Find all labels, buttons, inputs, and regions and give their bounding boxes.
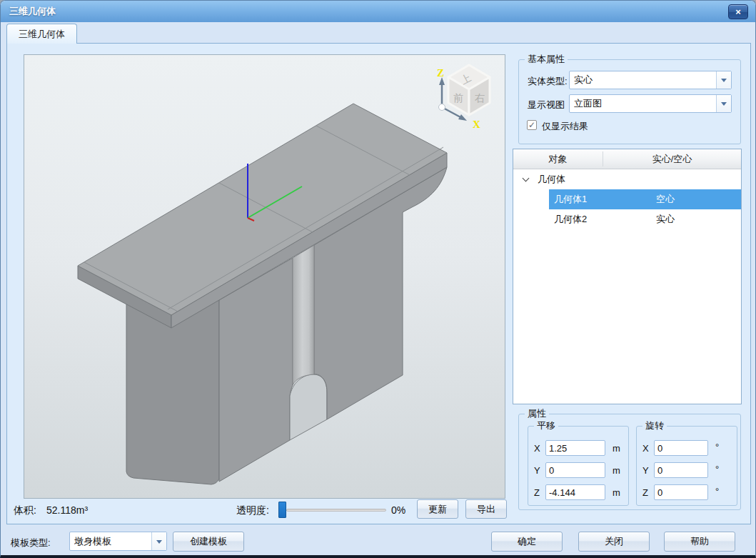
dialog-3d-geometry: 三维几何体 × 三维几何体: [0, 0, 756, 558]
translate-z-input[interactable]: [545, 484, 605, 500]
update-button[interactable]: 更新: [417, 499, 458, 519]
translate-y-input[interactable]: [545, 462, 605, 478]
close-icon: ×: [735, 6, 741, 17]
rotate-x-label: X: [642, 443, 649, 454]
opacity-label: 透明度:: [236, 504, 269, 517]
properties-group: 属性 平移 X m Y m Z m 旋转 X ° Y °: [518, 414, 741, 510]
rotate-title: 旋转: [642, 420, 667, 432]
rotate-z-unit: °: [715, 486, 719, 497]
create-template-button[interactable]: 创建模板: [173, 532, 244, 552]
rotate-z-label: Z: [642, 487, 648, 498]
ok-button[interactable]: 确定: [491, 532, 563, 552]
help-button[interactable]: 帮助: [664, 532, 735, 552]
translate-y-unit: m: [613, 465, 620, 476]
properties-title: 属性: [525, 408, 549, 419]
close-button[interactable]: ×: [728, 4, 748, 19]
row-value: 实心: [656, 209, 675, 229]
basic-props-group: 基本属性 实体类型: 实心 显示视图 立面图 ✓ 仅显示结果: [518, 59, 741, 144]
rotate-x-unit: °: [715, 442, 719, 452]
column-header-object: 对象: [513, 149, 603, 169]
tree-row-geometry-group[interactable]: 几何体: [513, 169, 741, 189]
cube-x-label: X: [473, 119, 480, 130]
template-dropdown-button[interactable]: [151, 532, 166, 550]
tree-group-label: 几何体: [538, 169, 565, 189]
translate-group: 平移 X m Y m Z m: [528, 426, 629, 506]
tab-label: 三维几何体: [19, 29, 65, 39]
chevron-down-icon[interactable]: [523, 175, 530, 182]
table-row-geometry2[interactable]: 几何体2 实心: [513, 209, 741, 229]
volume-label: 体积:: [14, 504, 36, 517]
view-cube[interactable]: 上 前 右 Z X: [437, 65, 490, 130]
row-name: 几何体2: [554, 209, 587, 229]
cube-z-label: Z: [437, 67, 444, 79]
only-show-result-checkbox[interactable]: ✓: [527, 120, 537, 130]
translate-x-unit: m: [613, 443, 620, 454]
export-button[interactable]: 导出: [465, 499, 507, 519]
view-dropdown-button[interactable]: [716, 95, 731, 112]
viewport-3d[interactable]: 上 前 右 Z X: [24, 54, 505, 499]
solid-type-combo[interactable]: 实心: [569, 71, 732, 89]
volume-value: 52.118m³: [46, 504, 88, 516]
basic-props-title: 基本属性: [525, 54, 568, 65]
view-label: 显示视图: [528, 99, 565, 111]
only-show-result-label: 仅显示结果: [542, 120, 588, 133]
window-title: 三维几何体: [9, 1, 56, 22]
view-value: 立面图: [574, 95, 714, 112]
translate-title: 平移: [534, 420, 558, 432]
column-header-solid-hollow: 实心/空心: [603, 149, 741, 169]
view-cube-right-label: 右: [475, 92, 485, 104]
close-button-bottom[interactable]: 关闭: [578, 532, 650, 552]
rotate-z-input[interactable]: [654, 484, 708, 500]
view-cube-front-label: 前: [453, 92, 463, 104]
rotate-x-input[interactable]: [654, 440, 708, 456]
rotate-y-unit: °: [715, 464, 719, 474]
translate-x-label: X: [534, 443, 540, 454]
chevron-down-icon: [156, 540, 162, 544]
tab-page: 上 前 右 Z X 体积: 52.118m³ 透明度: 0% 更新 导出: [6, 43, 751, 524]
cube-x-arrowhead: [458, 114, 467, 121]
table-row-geometry1[interactable]: 几何体1 空心: [513, 189, 741, 209]
pier-arch-opening: [290, 374, 327, 440]
solid-type-dropdown-button[interactable]: [716, 71, 731, 89]
tab-3d-geometry[interactable]: 三维几何体: [6, 24, 77, 44]
row-value: 空心: [656, 189, 675, 209]
template-type-value: 墩身模板: [74, 532, 149, 550]
translate-z-unit: m: [613, 487, 620, 498]
solid-type-value: 实心: [574, 71, 714, 89]
chevron-down-icon: [721, 79, 727, 82]
cube-origin-dot: [439, 104, 445, 111]
object-table-header: 对象 实心/空心: [513, 149, 741, 169]
translate-z-label: Z: [534, 487, 540, 498]
opacity-value: 0%: [391, 504, 405, 516]
opacity-slider-handle[interactable]: [278, 502, 286, 518]
template-type-combo[interactable]: 墩身模板: [69, 532, 167, 551]
opacity-slider-track[interactable]: [286, 509, 386, 512]
pier-groove: [293, 245, 314, 385]
solid-type-label: 实体类型:: [528, 75, 568, 88]
titlebar[interactable]: 三维几何体 ×: [1, 1, 755, 22]
rotate-group: 旋转 X ° Y ° Z °: [636, 426, 737, 506]
object-table: 对象 实心/空心 几何体 几何体1 空心 几何体2 实心: [513, 149, 742, 404]
row-name: 几何体1: [554, 189, 587, 209]
rotate-y-label: Y: [642, 465, 649, 476]
translate-x-input[interactable]: [545, 440, 605, 456]
chevron-down-icon: [721, 102, 727, 106]
pier-column-left-face: [126, 300, 219, 484]
translate-y-label: Y: [534, 465, 540, 476]
pier-model-canvas[interactable]: 上 前 右 Z X: [24, 55, 505, 498]
view-combo[interactable]: 立面图: [569, 94, 732, 113]
template-type-label: 模板类型:: [11, 537, 51, 549]
rotate-y-input[interactable]: [654, 462, 708, 478]
